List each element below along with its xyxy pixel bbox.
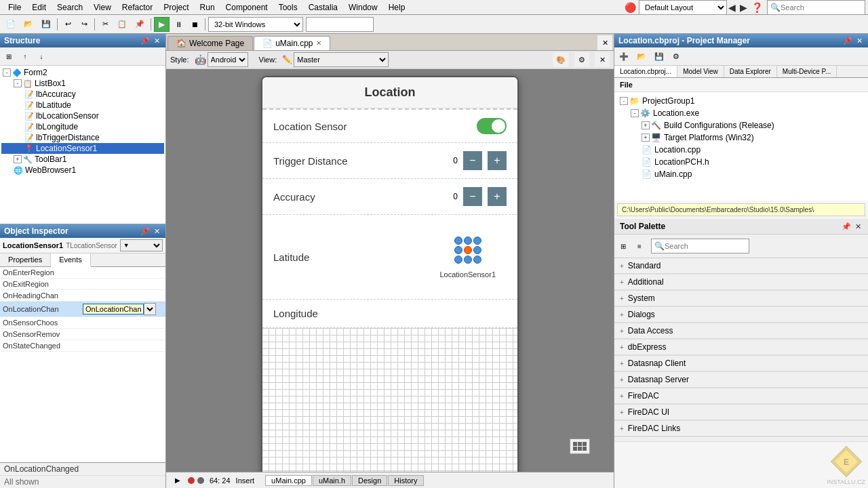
menu-edit[interactable]: Edit [26,1,52,14]
menu-project[interactable]: Project [158,1,194,14]
accuracy-plus-btn[interactable]: + [488,187,507,206]
file-row-locationexe[interactable]: - ⚙️ Location.exe [617,107,865,119]
pm-tab-multidevice[interactable]: Multi-Device P... [777,66,837,77]
mini-palette-btn[interactable] [570,439,590,454]
editor-close-btn[interactable]: ✕ [597,35,612,50]
menu-view[interactable]: View [88,1,117,14]
category-dataaccess-header[interactable]: + Data Access [614,323,868,339]
layout-dropdown[interactable]: Default Layout [639,0,727,15]
top-search-input[interactable] [781,3,862,12]
triggerdistance-plus-btn[interactable]: + [488,151,507,170]
pm-add-btn[interactable]: ➕ [616,49,632,64]
help-btn[interactable]: ❓ [750,2,764,13]
tab-welcome-page[interactable]: 🏠 Welcome Page [167,36,253,50]
tree-item-listbox1[interactable]: - 📋 ListBox1 [1,78,164,89]
tree-toolbar-btn1[interactable]: ⊞ [1,49,16,64]
pm-save-btn[interactable]: 💾 [651,49,667,64]
new-btn[interactable]: 📄 [3,17,19,32]
menu-tools[interactable]: Tools [273,1,303,14]
tool-search-input[interactable] [665,242,746,250]
save-btn[interactable]: 💾 [38,17,54,32]
tree-item-lblocationsensor[interactable]: 📝 lbLocationSensor [1,110,164,121]
tree-item-lbaccuracy[interactable]: 📝 lbAccuracy [1,89,164,100]
event-dropdown-onlocationchan[interactable]: ▼ [144,303,156,315]
tree-item-form2[interactable]: - 🔷 Form2 [1,67,164,78]
object-selector-dropdown[interactable]: ▼ [120,239,163,251]
event-row-onsensorchoos[interactable]: OnSensorChoos [0,317,165,329]
menu-run[interactable]: Run [195,1,220,14]
status-tab-umaincpp[interactable]: uMain.cpp [265,475,312,486]
platform-dropdown[interactable]: 32-bit Windows [208,17,303,32]
category-standard-header[interactable]: + Standard [614,258,868,274]
menu-castalia[interactable]: Castalia [303,1,343,14]
design-toolbar-btn3[interactable]: ✕ [595,52,610,67]
file-row-buildconfig[interactable]: + 🔨 Build Configurations (Release) [617,119,865,131]
design-toolbar-btn2[interactable]: ⚙ [574,52,589,67]
tab-events[interactable]: Events [51,253,91,267]
menu-search[interactable]: Search [52,1,88,14]
menu-component[interactable]: Component [220,1,273,14]
event-row-onexitregion[interactable]: OnExitRegion [0,279,165,290]
pm-folder-btn[interactable]: 📂 [633,49,650,64]
tp-close-btn[interactable]: ✕ [854,222,863,231]
expand-listbox1[interactable]: - [14,79,22,87]
category-firedaclinks-header[interactable]: + FireDAC Links [614,421,868,436]
oi-pin-btn[interactable]: 📌 [139,227,151,236]
nav-forward-btn[interactable]: ▶ [738,2,749,13]
stop-btn[interactable]: ⏹ [187,17,202,32]
category-additional-header[interactable]: + Additional [614,274,868,290]
structure-pin-btn[interactable]: 📌 [139,37,151,45]
oi-close-btn[interactable]: ✕ [153,227,161,236]
category-system-header[interactable]: + System [614,291,868,306]
expand-form2[interactable]: - [3,68,11,77]
category-dbexpress-header[interactable]: + dbExpress [614,340,868,355]
category-datasnapserver-header[interactable]: + Datasnap Server [614,372,868,388]
expand-projectgroup1[interactable]: - [620,97,628,105]
redo-btn[interactable]: ↪ [77,17,92,32]
menu-refactor[interactable]: Refactor [117,1,158,14]
expand-buildconfig[interactable]: + [642,121,650,129]
category-dialogs-header[interactable]: + Dialogs [614,307,868,323]
triggerdistance-minus-btn[interactable]: − [463,151,482,170]
event-row-onenterregion[interactable]: OnEnterRegion [0,267,165,279]
pm-tab-dataexplorer[interactable]: Data Explorer [724,66,777,77]
tp-pin-btn[interactable]: 📌 [840,222,852,231]
status-tab-history[interactable]: History [388,475,423,486]
pm-tab-location[interactable]: Location.cbproj... [614,66,677,77]
debug-play-btn[interactable]: ▶ [170,473,185,488]
pause-btn[interactable]: ⏸ [171,17,186,32]
expand-toolbar1[interactable]: + [14,155,22,163]
pm-close-btn[interactable]: ✕ [855,37,864,45]
tp-btn2[interactable]: ≡ [632,239,647,253]
category-firedacui-header[interactable]: + FireDAC UI [614,405,868,420]
locationsensor-toggle[interactable] [477,118,507,134]
event-input-onlocationchan[interactable] [83,304,144,314]
status-tab-design[interactable]: Design [352,475,387,486]
umaincpp-close-btn[interactable]: ✕ [316,39,321,47]
expand-locationexe[interactable]: - [631,109,639,117]
tab-properties[interactable]: Properties [0,253,51,266]
pm-tab-modelview[interactable]: Model View [677,66,724,77]
menu-help[interactable]: Help [383,1,411,14]
nav-back-btn[interactable]: ◀ [727,2,737,13]
expand-targetplatforms[interactable]: + [642,134,650,142]
event-row-onlocationchan[interactable]: OnLocationChan ▼ [0,302,165,317]
event-value-onlocationchan[interactable]: ▼ [83,303,163,315]
status-tab-umainh[interactable]: uMain.h [313,475,351,486]
tree-item-locationsensor1[interactable]: 📍 LocationSensor1 [1,143,164,154]
file-row-projectgroup1[interactable]: - 📁 ProjectGroup1 [617,95,865,107]
structure-close-btn[interactable]: ✕ [153,37,161,45]
open-btn[interactable]: 📂 [20,17,37,32]
tab-umaincpp[interactable]: 📄 uMain.cpp ✕ [254,36,330,50]
file-row-locationcpp[interactable]: 📄 Location.cpp [617,144,865,156]
undo-btn[interactable]: ↩ [60,17,75,32]
tree-item-toolbar1[interactable]: + 🔧 ToolBar1 [1,154,164,165]
tree-toolbar-btn3[interactable]: ↓ [34,49,49,64]
paste-btn[interactable]: 📌 [132,17,148,32]
category-firedac-header[interactable]: + FireDAC [614,388,868,404]
menu-window[interactable]: Window [343,1,383,14]
file-row-targetplatforms[interactable]: + 🖥️ Target Platforms (Win32) [617,131,865,144]
file-row-umaincpp[interactable]: 📄 uMain.cpp [617,168,865,180]
file-row-locationpch[interactable]: 📄 LocationPCH.h [617,156,865,168]
view-dropdown[interactable]: Master [294,52,389,67]
